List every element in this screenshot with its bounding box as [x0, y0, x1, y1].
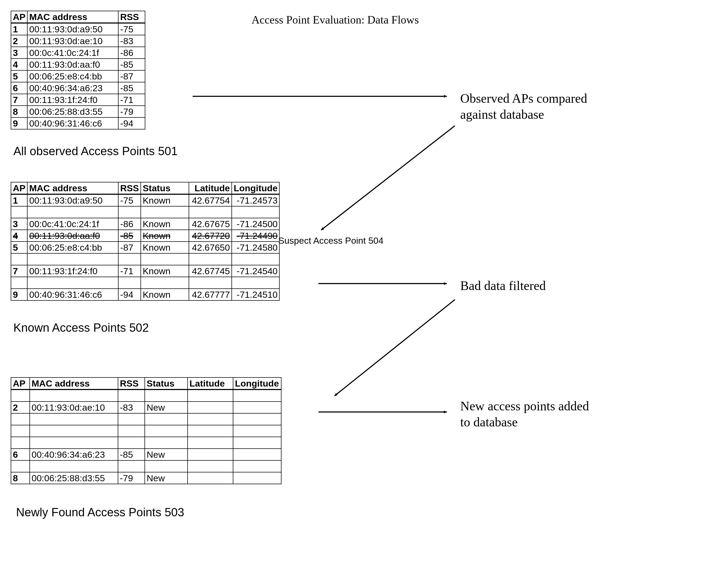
table-cell [232, 206, 279, 218]
table-row [11, 413, 281, 425]
new-caption: Newly Found Access Points 503 [16, 506, 184, 519]
table-row: 900:40:96:31:46:c6-94Known42.67777-71.24… [11, 289, 279, 300]
table-cell: 3 [11, 218, 27, 230]
table-cell: Known [141, 242, 189, 253]
col-ap: AP [11, 11, 27, 23]
table-row: 900:40:96:31:46:c6-94 [11, 117, 145, 129]
table-cell: -71.24573 [232, 194, 279, 206]
table-cell [141, 277, 189, 289]
table-cell [11, 437, 30, 449]
table-cell [145, 390, 188, 402]
table-cell: -85 [118, 59, 145, 70]
table-cell: 9 [11, 117, 27, 129]
table-cell [188, 425, 233, 437]
table-cell: 00:06:25:e8:c4:bb [27, 242, 118, 253]
table-row: 100:11:93:0d:a9:50-75Known42.67754-71.24… [11, 194, 279, 206]
table-cell [30, 437, 118, 449]
table-cell [11, 413, 30, 425]
table-cell: New [145, 449, 188, 460]
table-cell [27, 277, 118, 289]
table-cell: 42.67745 [189, 265, 232, 277]
col-ap: AP [11, 377, 30, 390]
table-cell [141, 206, 189, 218]
col-rss: RSS [118, 182, 141, 194]
table-cell: -86 [118, 47, 145, 59]
table-cell [233, 472, 281, 484]
table-row: 700:11:93:1f:24:f0-71 [11, 94, 145, 106]
table-row: 200:11:93:0d:ae:10-83New [11, 402, 281, 413]
table-cell: -71 [118, 94, 145, 106]
table-row: 800:06:25:88:d3:55-79New [11, 472, 281, 484]
table-cell: 1 [11, 194, 27, 206]
table-row: 500:06:25:e8:c4:bb-87Known42.67650-71.24… [11, 242, 279, 253]
table-cell [30, 390, 118, 402]
table-cell [188, 449, 233, 460]
table-row [11, 253, 279, 265]
table-cell [188, 472, 233, 484]
table-cell: -75 [118, 23, 145, 35]
table-cell [233, 460, 281, 472]
table-cell [145, 460, 188, 472]
table-cell: -75 [118, 194, 141, 206]
table-row: 100:11:93:0d:a9:50-75 [11, 23, 145, 35]
table-cell [118, 390, 145, 402]
col-mac: MAC address [30, 377, 118, 390]
table-cell: 4 [11, 59, 27, 70]
table-cell: 7 [11, 94, 27, 106]
table-cell: 00:11:93:1f:24:f0 [27, 94, 118, 106]
table-cell [145, 413, 188, 425]
col-mac: MAC address [27, 182, 118, 194]
table-cell: 00:40:96:31:46:c6 [27, 117, 118, 129]
table-row: 400:11:93:0d:aa:f0-85 [11, 59, 145, 70]
col-ap: AP [11, 182, 27, 194]
table-cell [11, 425, 30, 437]
table-cell [27, 253, 118, 265]
table-cell [145, 425, 188, 437]
table-cell [233, 413, 281, 425]
table-cell: Known [141, 218, 189, 230]
new-ap-table: AP MAC address RSS Status Latitude Longi… [11, 377, 282, 484]
table-cell: Known [141, 230, 189, 242]
table-cell [189, 206, 232, 218]
table-cell [11, 253, 27, 265]
table-cell [189, 277, 232, 289]
col-lat: Latitude [189, 182, 232, 194]
table-cell [233, 449, 281, 460]
table-cell [232, 253, 279, 265]
table-cell [233, 425, 281, 437]
table-cell: New [145, 402, 188, 413]
table-cell: Known [141, 289, 189, 300]
table-cell: -94 [118, 117, 145, 129]
table-row: 600:40:96:34:a6:23-85 [11, 82, 145, 94]
table-cell: 00:40:96:31:46:c6 [27, 289, 118, 300]
side-label-filtered: Bad data filtered [460, 278, 546, 293]
table-cell [30, 413, 118, 425]
table-cell: 5 [11, 70, 27, 82]
table-cell: 4 [11, 230, 27, 242]
table-cell [188, 402, 233, 413]
table-cell: 42.67777 [189, 289, 232, 300]
table-cell: New [145, 472, 188, 484]
table-cell [11, 277, 27, 289]
table-cell [233, 390, 281, 402]
table-cell: -85 [118, 230, 141, 242]
table-cell: -79 [118, 106, 145, 117]
table-cell [145, 437, 188, 449]
side-label-new-b: to database [460, 415, 518, 429]
table-cell: 00:06:25:e8:c4:bb [27, 70, 118, 82]
table-cell [189, 253, 232, 265]
table-cell: -87 [118, 242, 141, 253]
table-cell: 00:11:93:1f:24:f0 [27, 265, 118, 277]
table-cell: 42.67720 [189, 230, 232, 242]
table-cell [188, 413, 233, 425]
diagram-title: Access Point Evaluation: Data Flows [251, 13, 419, 26]
table-cell: 00:06:25:88:d3:55 [30, 472, 118, 484]
table-cell [118, 413, 145, 425]
table-cell: 00:11:93:0d:a9:50 [27, 23, 118, 35]
table-header-row: AP MAC address RSS [11, 11, 145, 23]
table-row: 300:0c:41:0c:24:1f-86Known42.67675-71.24… [11, 218, 279, 230]
table-cell [30, 460, 118, 472]
table-row: 200:11:93:0d:ae:10-83 [11, 35, 145, 47]
table-cell: 00:11:93:0d:ae:10 [27, 35, 118, 47]
table-cell: 9 [11, 289, 27, 300]
